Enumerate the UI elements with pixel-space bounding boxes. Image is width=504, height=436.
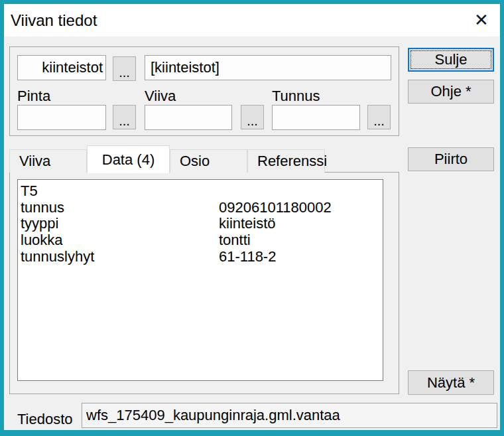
list-item[interactable]: tunnus09206101180002 [21,200,381,216]
list-item-value: tontti [219,232,251,248]
tiedosto-label: Tiedosto [17,411,73,428]
list-item[interactable]: tunnuslyhyt61-118-2 [21,249,381,265]
tab-data[interactable]: Data (4) [87,145,170,173]
viiva-label: Viiva [145,88,176,105]
tiedosto-field[interactable] [82,403,497,428]
layer-ref-field[interactable]: [kiinteistot] [145,55,391,80]
list-item-key: tyyppi [21,216,219,232]
sulje-button[interactable]: Sulje [408,48,494,72]
list-item[interactable]: luokkatontti [21,232,381,249]
tunnus-field[interactable] [272,105,360,130]
data-list[interactable]: T5 tunnus09206101180002 tyyppikiinteistö… [17,179,383,381]
viiva-browse-button[interactable]: ... [241,105,264,129]
list-item-key: tunnuslyhyt [21,249,219,265]
list-item-value: 61-118-2 [219,248,276,265]
dialog-window: Viivan tiedot ✕ kiinteistot ... [kiintei… [0,0,504,436]
list-item-key: luokka [21,232,219,249]
tab-osio[interactable]: Osio [170,149,247,173]
layer-browse-button[interactable]: ... [113,56,136,81]
list-item[interactable]: T5 [21,183,381,200]
tab-viiva[interactable]: Viiva [9,149,87,173]
viiva-field[interactable] [145,105,232,130]
pinta-label: Pinta [17,88,50,105]
window-title: Viivan tiedot [4,11,97,30]
pinta-browse-button[interactable]: ... [113,105,136,129]
piirto-button[interactable]: Piirto [408,147,494,171]
ohje-button[interactable]: Ohje * [408,80,494,104]
tunnus-label: Tunnus [272,88,320,105]
list-item-key: tunnus [21,200,219,216]
list-item[interactable]: tyyppikiinteistö [21,216,381,232]
layer-name-field[interactable]: kiinteistot [17,55,106,80]
tab-referenssi[interactable]: Referenssi [247,149,325,173]
list-item-value: 09206101180002 [219,199,332,216]
pinta-field[interactable] [17,105,106,130]
list-item-value: kiinteistö [219,215,276,232]
title-bar: Viivan tiedot [4,4,500,36]
nayta-button[interactable]: Näytä * [408,370,494,395]
close-icon[interactable]: ✕ [464,4,499,36]
tunnus-browse-button[interactable]: ... [367,105,391,129]
